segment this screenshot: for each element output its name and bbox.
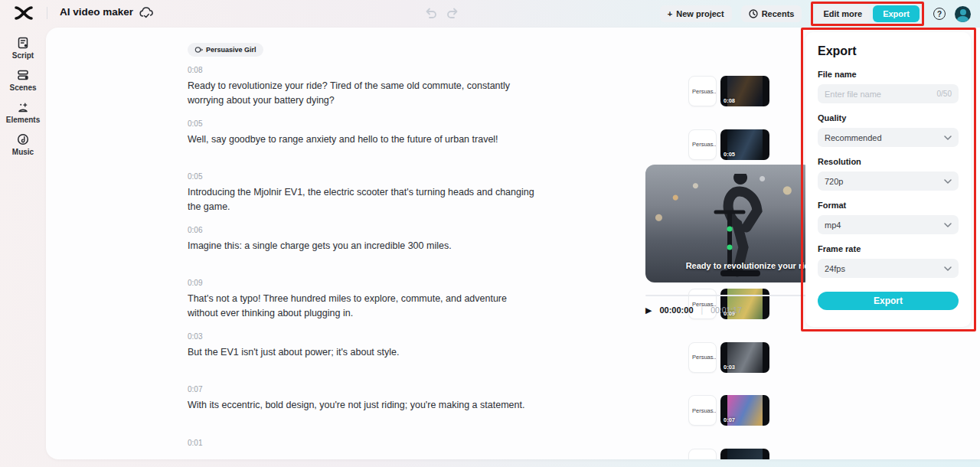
scene-thumbnail[interactable]: 0:05 [720, 129, 769, 160]
script-row: 0:01 Persuas... [188, 439, 769, 460]
avatar[interactable] [955, 6, 971, 22]
export-confirm-button[interactable]: Export [818, 292, 959, 310]
file-name-field[interactable]: Enter file name 0/50 [818, 84, 959, 103]
segment-text[interactable]: That's not a typo! Three hundred miles t… [188, 292, 540, 321]
frame-rate-select[interactable]: 24fps [818, 259, 959, 278]
script-row: 0:03 But the EV1 isn't just about power;… [188, 332, 769, 386]
chevron-down-icon [944, 179, 952, 184]
quality-label: Quality [818, 113, 959, 122]
script-row: 0:08 Ready to revolutionize your ride? T… [188, 66, 769, 119]
segment-time: 0:08 [188, 66, 540, 74]
current-timecode: 00:00:00 [659, 305, 693, 315]
elements-icon [17, 101, 29, 113]
segment-time: 0:01 [188, 439, 540, 447]
file-name-label: File name [818, 70, 959, 79]
segment-time: 0:05 [188, 172, 540, 181]
chevron-down-icon [944, 136, 952, 140]
export-panel: Export File name Enter file name 0/50 Qu… [805, 32, 971, 327]
avatar-head [960, 9, 966, 15]
left-sidebar: Script Scenes Elements Music [0, 28, 46, 156]
duration-badge: 0:07 [724, 416, 735, 423]
page-title: AI video maker [60, 6, 133, 18]
topbar: AI video maker + New project Recents [0, 0, 980, 28]
segment-time: 0:03 [188, 332, 540, 341]
sidebar-item-elements[interactable]: Elements [0, 101, 46, 124]
segment-text[interactable]: But the EV1 isn't just about power; it's… [188, 345, 540, 360]
frame-rate-label: Frame rate [818, 244, 959, 253]
music-icon [17, 133, 29, 145]
undo-icon[interactable] [423, 6, 437, 20]
file-name-placeholder: Enter file name [825, 90, 881, 99]
new-project-button[interactable]: + New project [660, 5, 732, 22]
scene-thumbnail[interactable]: 0:08 [720, 76, 769, 106]
sidebar-item-script[interactable]: Script [0, 37, 46, 60]
clock-icon [749, 9, 758, 18]
highlight-box-topbar: Edit more Export [811, 2, 924, 26]
persona-card[interactable]: Persuas... [688, 342, 717, 373]
persona-card[interactable]: Persuas... [688, 76, 717, 106]
sidebar-item-music[interactable]: Music [0, 133, 46, 156]
scene-thumbnail[interactable] [720, 449, 769, 460]
voice-icon [194, 46, 203, 54]
chevron-down-icon [944, 223, 952, 227]
segment-time: 0:09 [188, 279, 540, 287]
chevron-down-icon [944, 266, 952, 271]
format-select[interactable]: mp4 [818, 215, 959, 234]
segment-text[interactable]: Introducing the Mjolnir EV1, the electri… [188, 185, 540, 214]
cloud-sync-icon[interactable] [139, 6, 154, 19]
voice-style-chip[interactable]: Persuasive Girl [188, 43, 263, 57]
edit-more-button[interactable]: Edit more [815, 5, 870, 22]
duration-badge: 0:08 [724, 97, 735, 104]
segment-text[interactable]: Ready to revolutionize your ride? Tired … [188, 79, 540, 108]
segment-text[interactable]: Well, say goodbye to range anxiety and h… [188, 132, 540, 147]
export-panel-title: Export [818, 44, 959, 58]
persona-card[interactable]: Persuas... [688, 449, 717, 460]
script-icon [17, 37, 29, 49]
char-counter: 0/50 [937, 90, 952, 98]
duration-badge: 0:05 [724, 151, 735, 158]
segment-time: 0:07 [188, 385, 540, 394]
persona-card[interactable]: Persuas... [688, 395, 717, 426]
duration-badge: 0:03 [724, 364, 735, 371]
timecode-divider: | [701, 306, 704, 315]
redo-icon[interactable] [446, 6, 460, 20]
persona-card[interactable]: Persuas... [688, 289, 717, 319]
topbar-divider [47, 7, 47, 19]
resolution-label: Resolution [818, 157, 959, 166]
recents-button[interactable]: Recents [741, 5, 802, 22]
preview-caption: Ready to revolutionize your rid [686, 261, 809, 270]
help-icon[interactable]: ? [933, 8, 946, 20]
quality-select[interactable]: Recommended [818, 128, 959, 147]
segment-time: 0:06 [188, 226, 540, 234]
persona-card[interactable]: Persuas... [688, 129, 717, 160]
seek-bar[interactable] [645, 295, 808, 296]
scenes-icon [17, 69, 29, 81]
script-row: 0:07 With its eccentric, bold design, yo… [188, 385, 769, 439]
capcut-logo-icon[interactable] [14, 5, 34, 21]
segment-text[interactable]: With its eccentric, bold design, you're … [188, 398, 540, 413]
format-label: Format [818, 201, 959, 210]
play-button[interactable]: ▶ [645, 306, 652, 315]
player-controls: ▶ 00:00:00 | 00:01:17 [645, 305, 742, 315]
segment-time: 0:05 [188, 119, 540, 128]
scene-thumbnail[interactable]: 0:03 [720, 342, 769, 373]
scene-image [727, 449, 763, 460]
total-timecode: 00:01:17 [710, 305, 742, 315]
resolution-select[interactable]: 720p [818, 171, 959, 191]
scene-thumbnail[interactable]: 0:09 [720, 289, 769, 319]
scene-thumbnail[interactable]: 0:07 [720, 395, 769, 426]
video-preview[interactable]: Ready to revolutionize your rid [645, 165, 812, 282]
sidebar-item-scenes[interactable]: Scenes [0, 69, 46, 92]
avatar-bust [957, 16, 969, 22]
export-button-topbar[interactable]: Export [873, 5, 920, 22]
plus-icon: + [668, 9, 672, 18]
segment-text[interactable]: Imagine this: a single charge gets you a… [188, 239, 540, 253]
